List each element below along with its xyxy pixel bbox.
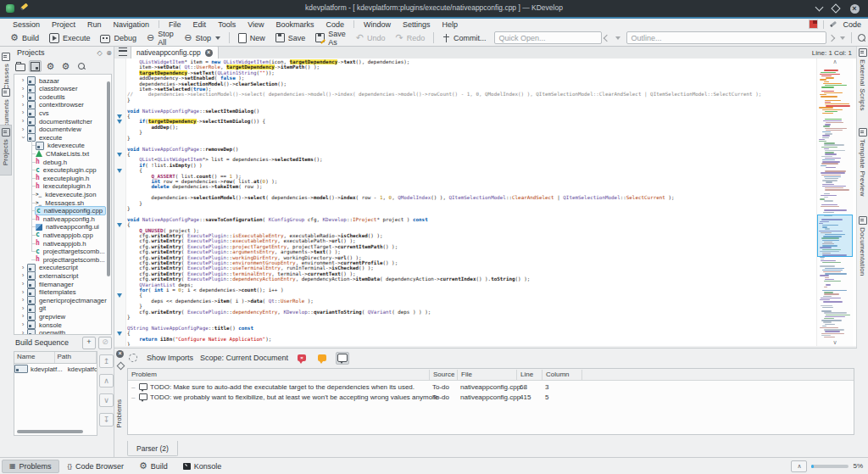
chevron-collapsed-icon[interactable]: › <box>19 77 26 84</box>
tree-item-kdevexecute-json[interactable]: >_kdevexecute.json <box>14 190 111 198</box>
tree-item-documentswitcher[interactable]: ›documentswitcher <box>14 117 111 125</box>
tree-item-nativeappjob-cpp[interactable]: cnativeappjob.cpp <box>14 231 111 239</box>
fold-marker-icon[interactable] <box>117 223 122 227</box>
move-up-button[interactable]: ∧ <box>99 374 114 388</box>
scroll-up-icon[interactable]: ∧ <box>817 59 853 65</box>
tree-item-execute[interactable]: ›execute <box>14 133 111 142</box>
column-header-name[interactable]: Name <box>14 352 55 363</box>
statusbar-problems-button[interactable]: ▦Problems <box>2 460 59 473</box>
parser-tab[interactable]: Parser (2) <box>127 441 178 456</box>
tree-item-debug-h[interactable]: hdebug.h <box>14 158 111 166</box>
tree-item-nativeappconfig-h[interactable]: hnativeappconfig.h <box>14 215 111 223</box>
undo-button[interactable]: ↶Undo <box>351 31 391 44</box>
tree-item-bazaar[interactable]: ›bazaar <box>14 76 111 85</box>
tree-item-iexecuteplugin-h[interactable]: hiexecuteplugin.h <box>14 182 111 191</box>
add-to-build-sequence-button[interactable]: + <box>82 337 96 349</box>
move-down-button[interactable]: ∨ <box>99 393 114 407</box>
open-project-button[interactable] <box>14 60 26 72</box>
chevron-collapsed-icon[interactable]: › <box>19 93 26 100</box>
right-tab-template-preview[interactable]: Template Preview <box>857 128 868 197</box>
tree-item-classbrowser[interactable]: ›classbrowser <box>14 85 111 93</box>
save-button[interactable]: Save <box>270 31 311 44</box>
tree-item-git[interactable]: ›git <box>14 304 111 313</box>
chevron-collapsed-icon[interactable]: › <box>19 281 26 287</box>
tree-item-externalscript[interactable]: ›externalscript <box>14 271 111 280</box>
show-targets-button[interactable] <box>29 60 42 72</box>
tree-item-cmakelists-txt[interactable]: CMakeLists.txt <box>14 149 111 158</box>
tree-item-filetemplates[interactable]: ›filetemplates <box>14 288 111 297</box>
statusbar-code-browser-button[interactable]: {}Code Browser <box>61 460 131 472</box>
statusbar-konsole-button[interactable]: Konsole <box>176 460 229 472</box>
chevron-collapsed-icon[interactable]: › <box>19 265 26 271</box>
chevron-expanded-icon[interactable]: › <box>19 134 26 141</box>
tree-item-executeplugin-h[interactable]: hexecuteplugin.h <box>14 174 111 182</box>
chevron-collapsed-icon[interactable]: › <box>19 330 26 335</box>
column-header-column[interactable]: Column <box>542 370 570 380</box>
code-line[interactable]: // dependencies->selectionModel()->selec… <box>127 92 815 97</box>
tree-item-projecttargetscomb-[interactable]: cprojecttargetscomb... <box>14 248 111 256</box>
tree-item-kdevexecute[interactable]: kdevexecute <box>14 142 111 150</box>
tree-scrollbar[interactable] <box>107 81 110 276</box>
problem-row[interactable]: –TODO: Make sure to auto-add the executa… <box>128 382 854 393</box>
execute-button[interactable]: Execute <box>44 31 96 45</box>
quick-open-input[interactable] <box>494 31 602 44</box>
chevron-collapsed-icon[interactable]: › <box>19 297 26 304</box>
configure-project-button[interactable]: ⚙ <box>59 60 72 72</box>
statusbar-build-button[interactable]: ⚙Build <box>132 460 175 472</box>
next-context-button[interactable] <box>826 34 837 42</box>
chevron-collapsed-icon[interactable]: › <box>19 321 26 328</box>
build-sequence-row[interactable]: kdevplatf...kdevplatform <box>14 364 97 374</box>
code-lines[interactable]: QListWidgetItem* item = new QListWidgetI… <box>127 59 815 346</box>
problems-table-header[interactable]: ProblemSourceFileLineColumn <box>128 369 854 381</box>
fold-marker-icon[interactable] <box>117 293 122 298</box>
maximize-button[interactable] <box>831 3 841 14</box>
stop-all-button[interactable]: ⊖Stop All <box>142 28 179 48</box>
outline-input[interactable] <box>626 31 826 44</box>
next-context-dropdown[interactable] <box>837 35 848 42</box>
filter-errors-button[interactable]: × <box>295 352 309 365</box>
fold-marker-icon[interactable] <box>117 120 122 124</box>
reparse-button[interactable] <box>126 352 140 365</box>
panel-close-button[interactable]: ⊗ <box>104 48 114 58</box>
toolview-close-icon[interactable]: × <box>116 350 124 358</box>
tree-item-openwith[interactable]: ›openwith <box>14 329 111 335</box>
minimap-viewport[interactable] <box>817 215 853 257</box>
save-as-button[interactable]: Save As <box>310 28 351 48</box>
chevron-collapsed-icon[interactable]: › <box>19 305 26 312</box>
chevron-collapsed-icon[interactable]: › <box>19 109 26 116</box>
tree-item-executescript[interactable]: ›executescript <box>14 264 111 272</box>
chevron-collapsed-icon[interactable]: › <box>19 118 26 125</box>
fold-marker-icon[interactable] <box>117 332 122 336</box>
filter-warnings-button[interactable] <box>315 352 329 365</box>
tree-item-nativeappconfig-cpp[interactable]: cnativeappconfig.cpp <box>14 207 111 215</box>
filter-hints-button[interactable] <box>336 352 349 365</box>
fold-marker-icon[interactable] <box>117 114 122 119</box>
scope-dropdown[interactable]: Scope: Current Document <box>200 354 288 362</box>
chevron-collapsed-icon[interactable]: › <box>19 272 26 279</box>
column-header-file[interactable]: File <box>457 370 472 380</box>
horizontal-scrollbar[interactable] <box>17 430 83 433</box>
chevron-collapsed-icon[interactable]: › <box>19 313 26 320</box>
project-settings-button[interactable]: ⚙ <box>44 60 57 72</box>
project-filter-button[interactable] <box>75 60 87 72</box>
tree-item-grepview[interactable]: ›grepview <box>14 312 111 321</box>
commit-button[interactable]: Commit... <box>437 32 492 44</box>
editor-icon-border[interactable] <box>114 59 126 346</box>
tree-item-projecttargetscomb-[interactable]: hprojecttargetscomb... <box>14 255 111 264</box>
tree-item-contextbrowser[interactable]: ›contextbrowser <box>14 101 111 109</box>
scroll-down-icon[interactable]: ∨ <box>817 339 853 346</box>
stop-button[interactable]: ⊖Stop <box>179 31 225 44</box>
symbol-lookup-button[interactable] <box>855 32 868 43</box>
new-button[interactable]: New <box>233 31 270 45</box>
area-label-code[interactable]: Code <box>843 20 861 29</box>
tab-close-icon[interactable]: × <box>205 49 213 57</box>
chevron-collapsed-icon[interactable]: › <box>19 102 26 109</box>
tree-item-nativeappconfig-ui[interactable]: nativeappconfig.ui <box>14 223 111 231</box>
previous-context-dropdown[interactable] <box>612 35 623 42</box>
tree-item-filemanager[interactable]: ›filemanager <box>14 280 111 288</box>
column-header-problem[interactable]: Problem <box>128 370 157 380</box>
code-editor[interactable]: QListWidgetItem* item = new QListWidgetI… <box>114 59 857 346</box>
progress-expand-button[interactable]: ∧ <box>791 460 807 472</box>
scrollbar-minimap[interactable]: ∧ ∨ <box>816 59 853 346</box>
move-bottom-button[interactable]: ↧ <box>99 413 114 427</box>
